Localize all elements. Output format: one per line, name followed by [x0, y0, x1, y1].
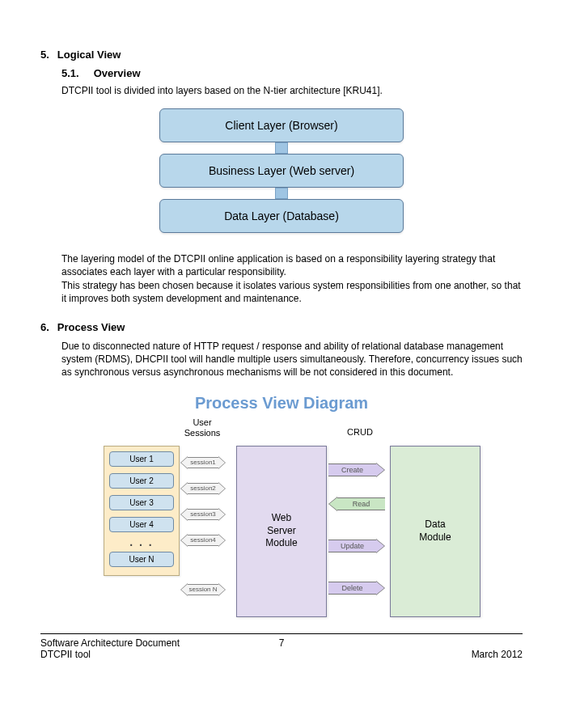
crud-read-arrow: Read — [328, 497, 385, 511]
arrow-label: session2 — [188, 483, 218, 494]
user-chip: User 3 — [109, 495, 174, 510]
users-column: User 1 User 2 User 3 User 4 . . . User N — [104, 446, 180, 576]
ellipsis: . . . — [109, 535, 174, 548]
label-line2: Sessions — [184, 428, 221, 438]
client-layer-box: Client Layer (Browser) — [159, 108, 404, 142]
arrow-head-icon — [180, 508, 188, 521]
box-label: Data Module — [419, 518, 451, 544]
footer-page-number: 7 — [40, 637, 523, 649]
subsection-title: Overview — [94, 67, 141, 79]
layer-diagram: Client Layer (Browser) Business Layer (W… — [152, 108, 411, 233]
user-chip: User 4 — [109, 517, 174, 532]
crud-label: CRUD — [340, 427, 380, 438]
crud-create-arrow: Create — [328, 463, 385, 477]
section-5-paragraph-2: This strategy has been chosen because it… — [61, 279, 523, 305]
arrow-label: session1 — [188, 457, 218, 468]
web-server-module-box: Web Server Module — [236, 446, 327, 617]
process-view-diagram: User Sessions CRUD User 1 User 2 User 3 … — [89, 417, 534, 628]
data-module-box: Data Module — [390, 446, 480, 617]
business-layer-box: Business Layer (Web server) — [159, 154, 404, 188]
arrow-head-icon — [218, 583, 226, 596]
arrow-label: Update — [328, 540, 376, 552]
arrow-head-icon — [180, 482, 188, 495]
arrow-label: Delete — [328, 582, 376, 595]
session-arrow: session N — [180, 583, 226, 596]
document-page: 5. Logical View 5.1. Overview DTCPII too… — [0, 0, 563, 679]
arrow-head-icon — [180, 534, 188, 547]
section-6-paragraph: Due to disconnected nature of HTTP reque… — [61, 340, 523, 379]
session-arrow: session2 — [180, 482, 226, 495]
arrow-label: session N — [188, 584, 218, 595]
session-arrow: session4 — [180, 534, 226, 547]
arrow-head-icon — [376, 463, 385, 477]
arrow-label: session4 — [188, 535, 218, 546]
arrow-head-icon — [328, 497, 337, 511]
arrow-head-icon — [376, 539, 385, 553]
crud-delete-arrow: Delete — [328, 581, 385, 595]
arrow-head-icon — [218, 456, 226, 469]
data-layer-box: Data Layer (Database) — [159, 199, 404, 233]
section-number: 5. — [40, 49, 49, 61]
session-arrow: session1 — [180, 456, 226, 469]
page-footer: Software Architecture Document DTCPII to… — [40, 633, 523, 660]
arrow-head-icon — [180, 456, 188, 469]
crud-update-arrow: Update — [328, 539, 385, 553]
process-view-title: Process View Diagram — [40, 394, 523, 413]
section-title: Logical View — [57, 49, 121, 61]
section-5-paragraph-1: The layering model of the DTCPII online … — [61, 252, 523, 278]
section-5-1-heading: 5.1. Overview — [61, 67, 523, 79]
footer-tool-name: DTCPII tool — [40, 649, 91, 660]
section-5-1-intro: DTCPII tool is divided into layers based… — [61, 84, 523, 97]
arrow-label: Create — [328, 463, 376, 476]
user-chip: User N — [109, 552, 174, 567]
arrow-label: Read — [337, 497, 385, 510]
section-number: 6. — [40, 321, 49, 333]
arrow-head-icon — [218, 534, 226, 547]
arrow-label: session3 — [188, 509, 218, 520]
subsection-number: 5.1. — [61, 67, 79, 79]
section-6-heading: 6. Process View — [40, 321, 523, 333]
section-title: Process View — [57, 321, 125, 333]
section-5-heading: 5. Logical View — [40, 49, 523, 61]
arrow-head-icon — [218, 508, 226, 521]
box-label: Web Server Module — [265, 512, 297, 550]
session-arrow: session3 — [180, 508, 226, 521]
arrow-head-icon — [180, 583, 188, 596]
user-chip: User 1 — [109, 451, 174, 467]
label-line1: User — [193, 417, 211, 427]
layer-connector — [275, 142, 288, 154]
arrow-head-icon — [218, 482, 226, 495]
user-sessions-label: User Sessions — [178, 417, 226, 438]
footer-date: March 2012 — [472, 649, 523, 660]
user-chip: User 2 — [109, 473, 174, 489]
layer-connector — [275, 188, 288, 199]
arrow-head-icon — [376, 581, 385, 595]
